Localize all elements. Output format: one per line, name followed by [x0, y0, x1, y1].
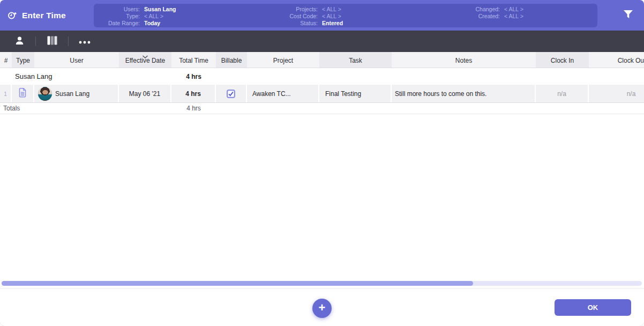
filter-label: Status: — [271, 20, 318, 27]
top-header-bar: Enter Time Users: Susan Lang Type: < ALL… — [0, 0, 644, 31]
totals-row: Totals 4 hrs — [0, 102, 644, 114]
column-header-user[interactable]: User — [34, 52, 119, 68]
notes-cell: Still more hours to come on this. — [392, 85, 536, 102]
more-dots-icon — [79, 38, 91, 46]
filter-button[interactable] — [617, 8, 639, 23]
user-icon — [14, 36, 25, 47]
sort-chevron-icon — [143, 53, 148, 60]
more-button[interactable] — [74, 34, 95, 49]
column-header-clock-in[interactable]: Clock In — [536, 52, 589, 68]
column-header-billable[interactable]: Billable — [216, 52, 247, 68]
time-entry-row[interactable]: 1 Susan Lang May 06 '21 4 hrs — [0, 85, 644, 102]
filter-group-users: Users: Susan Lang Type: < ALL > Date Ran… — [97, 6, 176, 27]
column-header-type[interactable]: Type — [12, 52, 34, 68]
billable-cell — [216, 85, 247, 102]
avatar — [38, 87, 52, 101]
ok-button[interactable]: OK — [555, 299, 631, 316]
filter-value: < ALL > — [504, 13, 523, 20]
billable-checkbox[interactable] — [227, 90, 235, 98]
column-header-project[interactable]: Project — [247, 52, 319, 68]
title-block: Enter Time — [8, 0, 66, 31]
table-header-row: # Type User Effective Date Total Time Bi… — [0, 52, 644, 68]
column-header-notes[interactable]: Notes — [392, 52, 536, 68]
filter-group-dates: Changed: < ALL > Created: < ALL > — [449, 6, 523, 20]
columns-icon — [47, 36, 57, 47]
project-cell: Awaken TC... — [247, 85, 319, 102]
filter-value: < ALL > — [144, 13, 176, 20]
empty-grid-area — [0, 114, 644, 281]
filter-label: Created: — [449, 13, 500, 20]
filter-value: Susan Lang — [144, 6, 176, 13]
filter-summary[interactable]: Users: Susan Lang Type: < ALL > Date Ran… — [94, 4, 597, 27]
clock-plus-icon — [8, 11, 17, 20]
enter-time-window: Enter Time Users: Susan Lang Type: < ALL… — [0, 0, 644, 326]
filter-label: Type: — [97, 13, 140, 20]
toolbar-divider — [35, 36, 36, 46]
clock-in-cell: n/a — [536, 85, 589, 102]
add-entry-button[interactable]: + — [312, 299, 332, 318]
filter-label: Cost Code: — [271, 13, 318, 20]
filter-label: Projects: — [271, 6, 318, 13]
filter-funnel-icon — [623, 10, 633, 21]
filter-value: Today — [144, 20, 176, 27]
entry-type-cell — [12, 85, 34, 102]
effective-date-cell: May 06 '21 — [119, 85, 171, 102]
horizontal-scrollbar-thumb[interactable] — [2, 281, 473, 286]
horizontal-scrollbar-track[interactable] — [2, 281, 642, 286]
row-number: 1 — [0, 85, 12, 102]
group-user-name: Susan Lang — [0, 72, 171, 80]
page-title: Enter Time — [22, 11, 66, 20]
filter-label: Users: — [97, 6, 140, 13]
document-icon — [18, 88, 27, 99]
filter-value: < ALL > — [322, 6, 343, 13]
column-header-effective-date[interactable]: Effective Date — [119, 52, 171, 68]
totals-total-time: 4 hrs — [171, 105, 216, 112]
group-header-row[interactable]: Susan Lang 4 hrs — [0, 68, 644, 85]
filter-value: < ALL > — [322, 13, 343, 20]
totals-label: Totals — [0, 105, 171, 112]
column-header-task[interactable]: Task — [319, 52, 392, 68]
footer-bar: + OK — [0, 288, 644, 326]
column-header-clock-out[interactable]: Clock Out — [589, 52, 644, 68]
group-total-time: 4 hrs — [171, 73, 216, 80]
user-name: Susan Lang — [55, 90, 89, 98]
toolbar-divider — [68, 36, 69, 46]
total-time-cell: 4 hrs — [171, 85, 216, 102]
filter-value: < ALL > — [504, 6, 523, 13]
filter-label: Changed: — [449, 6, 500, 13]
filter-value: Entered — [322, 20, 343, 27]
user-cell: Susan Lang — [34, 85, 119, 102]
grid-toolbar — [0, 31, 644, 52]
column-header-number[interactable]: # — [0, 52, 12, 68]
time-entries-grid: # Type User Effective Date Total Time Bi… — [0, 52, 644, 288]
column-header-total-time[interactable]: Total Time — [171, 52, 216, 68]
columns-button[interactable] — [41, 34, 63, 49]
filter-label: Date Range: — [97, 20, 140, 27]
filter-group-projects: Projects: < ALL > Cost Code: < ALL > Sta… — [271, 6, 343, 27]
task-cell: Final Testing — [319, 85, 392, 102]
clock-out-cell: n/a — [589, 85, 644, 102]
user-filter-button[interactable] — [9, 34, 30, 49]
